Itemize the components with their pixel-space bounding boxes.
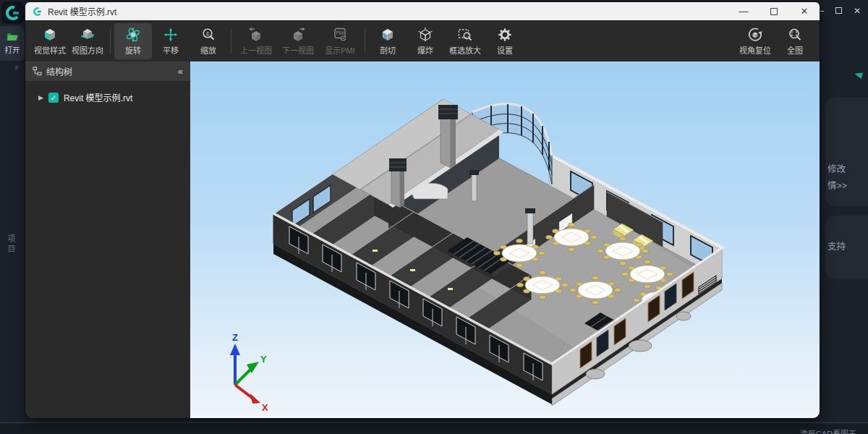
fit-all-button[interactable]: 全图 <box>776 23 814 59</box>
structure-tree-panel: 结构树 « ▶ ✓ Revit 模型示例.rvt <box>25 61 190 418</box>
pmi-badge-icon: PMI <box>331 27 349 43</box>
previous-view-button: 上一视图 <box>235 23 277 59</box>
tree-item-label: Revit 模型示例.rvt <box>64 91 132 103</box>
toolbar: 视觉样式 视图方向 旋转 <box>25 20 820 61</box>
open-label: 打开 <box>5 44 20 55</box>
reset-view-icon <box>746 27 764 43</box>
box-zoom-button[interactable]: 框选放大 <box>444 23 486 59</box>
outer-maximize-button[interactable] <box>835 7 842 14</box>
promo-card-link[interactable]: 情>> <box>827 178 868 195</box>
panel-collapse-arrow-icon[interactable] <box>854 71 863 79</box>
gstar-logo-icon <box>4 4 22 22</box>
svg-text:±: ± <box>206 30 210 37</box>
tree-root-item[interactable]: ▶ ✓ Revit 模型示例.rvt <box>25 81 190 103</box>
promo-card: 修改 情>> <box>825 98 868 206</box>
outer-close-button[interactable]: ✕ <box>854 6 861 16</box>
document-logo-icon <box>33 7 43 17</box>
support-card: 支持 <box>825 216 868 279</box>
sidebar-item-open[interactable]: 打开 <box>0 26 25 61</box>
section-cut-cube-icon <box>379 27 396 43</box>
building-model: Z Y X <box>190 61 820 418</box>
rotate-orbit-icon <box>124 27 142 43</box>
reset-view-button[interactable]: 视角复位 <box>734 23 776 59</box>
fit-all-magnifier-icon <box>786 27 804 43</box>
pan-arrows-icon <box>162 27 179 43</box>
window-title: Revit 模型示例.rvt <box>48 5 116 17</box>
next-view-icon <box>289 27 307 43</box>
visual-style-button[interactable]: 视觉样式 <box>31 23 69 59</box>
rotate-button[interactable]: 旋转 <box>114 23 152 59</box>
support-card-line1: 支持 <box>827 239 868 255</box>
model-viewport[interactable]: Z Y X <box>190 61 820 418</box>
close-button[interactable]: ✕ <box>789 2 820 20</box>
collapse-panel-icon[interactable]: « <box>178 66 183 77</box>
axis-triad: Z Y X <box>230 332 268 413</box>
explode-cube-icon <box>417 27 434 43</box>
checkmark-icon: ✓ <box>51 93 57 102</box>
maximize-button[interactable] <box>759 2 789 20</box>
toolbar-separator <box>110 29 111 54</box>
tree-header-title: 结构树 <box>46 65 72 77</box>
pan-button[interactable]: 平移 <box>152 23 190 59</box>
zoom-button[interactable]: ± 缩放 <box>190 23 227 59</box>
zoom-magnifier-icon: ± <box>200 27 217 43</box>
app-logo <box>1 1 24 24</box>
expand-arrow-icon[interactable]: ▶ <box>38 94 43 101</box>
visual-style-cube-icon <box>41 27 59 43</box>
outer-window-controls: — ✕ <box>815 6 861 16</box>
section-button[interactable]: 剖切 <box>369 23 407 59</box>
box-zoom-icon <box>456 27 474 43</box>
view-direction-cube-icon <box>79 27 96 43</box>
viewer-window: Revit 模型示例.rvt — ✕ 视觉样式 视图方向 <box>25 2 820 418</box>
minimize-button[interactable]: — <box>728 2 759 20</box>
svg-text:Z: Z <box>232 332 238 343</box>
structure-tree-header: 结构树 « <box>25 61 190 81</box>
promo-card-line1: 修改 <box>827 161 868 178</box>
tree-hierarchy-icon <box>33 67 42 76</box>
show-pmi-button: PMI 显示PMI <box>319 23 361 59</box>
view-direction-button[interactable]: 视图方向 <box>69 23 106 59</box>
next-view-button: 下一视图 <box>277 23 319 59</box>
open-folder-icon <box>7 32 19 42</box>
previous-view-icon <box>247 27 265 43</box>
svg-text:X: X <box>262 402 268 413</box>
gear-icon <box>496 27 514 43</box>
titlebar[interactable]: Revit 模型示例.rvt — ✕ <box>25 2 820 20</box>
svg-text:PMI: PMI <box>336 30 344 35</box>
explode-button[interactable]: 爆炸 <box>407 23 444 59</box>
svg-text:Y: Y <box>260 354 267 365</box>
bottom-strip <box>0 422 868 434</box>
sidebar-item-project[interactable]: 项目 <box>5 234 17 255</box>
watermark-text: 浩辰CAD看图王 <box>800 427 856 434</box>
menu-burger-icon[interactable]: ≡ <box>14 64 19 72</box>
toolbar-separator <box>231 29 231 54</box>
settings-button[interactable]: 设置 <box>486 23 524 59</box>
tree-item-checkbox[interactable]: ✓ <box>48 93 59 103</box>
toolbar-separator <box>365 29 365 54</box>
